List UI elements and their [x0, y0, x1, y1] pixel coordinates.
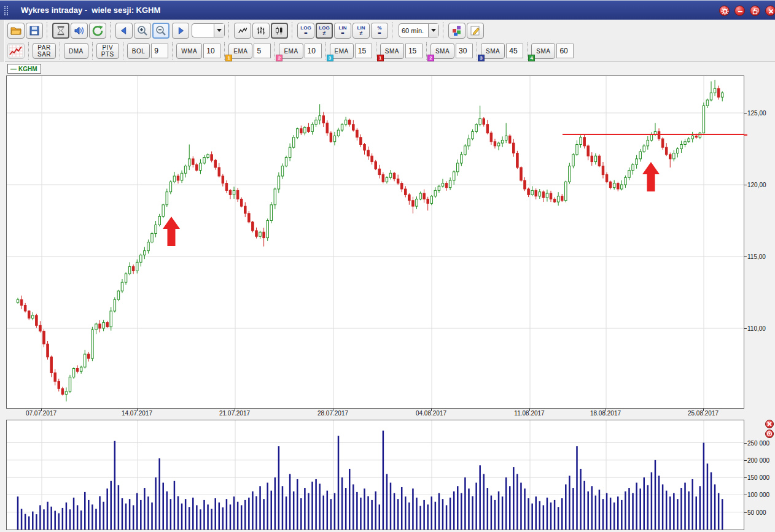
volume-bar — [241, 505, 243, 530]
candle-body — [69, 377, 71, 391]
chart-type-line-button[interactable] — [234, 23, 251, 39]
volume-pane-select-button[interactable] — [765, 430, 774, 438]
volume-bar — [613, 503, 615, 530]
volume-bar — [327, 491, 329, 530]
up-arrow-annotation[interactable] — [163, 217, 180, 246]
indicator-period-field[interactable]: 60 — [556, 44, 574, 58]
volume-tick-label: 100 000 — [747, 492, 769, 498]
auto-refresh-toggle[interactable] — [52, 23, 69, 39]
scale-button-label: LOG= — [300, 26, 311, 36]
volume-bar — [304, 488, 306, 530]
pan-left-button[interactable] — [115, 23, 133, 39]
chevron-down-icon[interactable] — [428, 24, 438, 37]
volume-bar — [423, 500, 425, 530]
drag-grip-icon[interactable] — [4, 6, 9, 15]
interval-select[interactable]: 60 min. — [399, 23, 439, 37]
scale-button-pct-eq[interactable]: %= — [371, 23, 388, 39]
volume-bar — [695, 496, 697, 530]
zoom-in-button[interactable] — [134, 23, 151, 39]
indicator-button-wma[interactable]: WMA — [176, 43, 202, 59]
indicator-button-parsar[interactable]: PARSAR — [33, 43, 56, 59]
chart-settings-button[interactable] — [7, 43, 25, 59]
volume-bar — [289, 474, 291, 530]
edit-button[interactable] — [467, 23, 484, 39]
candle-body — [453, 172, 455, 180]
candle-body — [367, 150, 370, 156]
candle-body — [360, 137, 362, 145]
candle-body — [255, 231, 258, 236]
scale-button-log-eq[interactable]: LOG= — [297, 23, 314, 39]
chart-legend[interactable]: — KGHM — [7, 64, 41, 74]
volume-bar — [442, 499, 444, 530]
zoom-out-button[interactable] — [152, 23, 169, 39]
price-chart-canvas[interactable] — [6, 75, 744, 409]
colors-button[interactable] — [448, 23, 465, 39]
volume-bar — [383, 431, 384, 530]
indicator-period-field[interactable]: 5 — [254, 44, 271, 58]
candle-body — [442, 183, 444, 187]
volume-chart-canvas[interactable] — [6, 420, 744, 530]
candle-body — [587, 146, 590, 156]
volume-bar — [498, 492, 500, 530]
volume-bar — [177, 496, 179, 530]
sound-button[interactable] — [71, 23, 88, 39]
volume-bar — [714, 484, 716, 530]
candle-body — [427, 199, 429, 203]
title-bar[interactable]: Wykres intraday - wiele sesji: KGHM — [0, 0, 775, 20]
restore-button[interactable] — [750, 6, 760, 16]
indicator-period-field[interactable]: 10 — [203, 44, 220, 58]
settings-button[interactable] — [719, 6, 730, 16]
indicator-period-field[interactable]: 30 — [456, 44, 473, 58]
up-arrow-annotation[interactable] — [642, 162, 660, 191]
candle-body — [591, 156, 593, 161]
chevron-down-icon[interactable] — [214, 24, 224, 37]
indicator-button-bol[interactable]: BOL — [127, 43, 150, 59]
indicator-period-field[interactable]: 45 — [506, 44, 523, 58]
candle-body — [632, 164, 634, 170]
pan-right-button[interactable] — [172, 23, 189, 39]
candle-body — [155, 225, 157, 234]
volume-bar — [390, 483, 392, 530]
candle-body — [200, 163, 202, 171]
scale-button-lin-neq[interactable]: LIN≠ — [352, 23, 370, 39]
minimize-button[interactable] — [734, 6, 745, 16]
indicator-button-dma[interactable]: DMA — [64, 43, 88, 59]
indicator-label: PAR — [37, 44, 50, 51]
candle-body — [236, 190, 239, 199]
candle-body — [717, 88, 720, 97]
candle-body — [106, 323, 109, 327]
refresh-button[interactable] — [89, 23, 106, 39]
candle-body — [531, 190, 534, 195]
volume-bar — [639, 488, 641, 530]
chart-type-candle-button[interactable] — [271, 23, 288, 39]
volume-bar — [80, 511, 82, 530]
scale-button-label: %= — [377, 26, 381, 36]
indicator-color-badge: 2 — [427, 55, 434, 61]
chart-type-ohlc-button[interactable] — [252, 23, 270, 39]
candle-body — [565, 182, 567, 200]
candle-body — [423, 193, 426, 199]
indicator-period-field[interactable]: 15 — [405, 44, 423, 58]
candle-body — [352, 125, 355, 130]
volume-bar — [435, 502, 437, 530]
volume-bar — [341, 477, 343, 530]
scale-button-lin-eq[interactable]: LIN= — [334, 23, 351, 39]
volume-bar — [487, 488, 489, 530]
volume-bar — [103, 502, 104, 530]
indicator-group-wma10: WMA10 — [176, 43, 220, 59]
indicator-period-field[interactable]: 9 — [151, 44, 168, 58]
volume-bar — [28, 516, 30, 530]
open-button[interactable] — [7, 23, 25, 39]
save-button[interactable] — [26, 23, 43, 39]
candle-body — [214, 160, 217, 168]
volume-bar — [300, 498, 302, 530]
volume-bar — [162, 483, 164, 530]
volume-pane-close-button[interactable] — [765, 420, 774, 428]
volume-bar — [84, 492, 86, 530]
scale-button-log-neq[interactable]: LOG≠ — [316, 23, 333, 39]
indicator-period-field[interactable]: 15 — [355, 44, 372, 58]
indicator-button-pivpts[interactable]: PIVPTS — [96, 43, 119, 59]
symbol-select[interactable] — [192, 23, 225, 37]
close-window-button[interactable] — [765, 6, 775, 16]
indicator-period-field[interactable]: 10 — [305, 44, 322, 58]
